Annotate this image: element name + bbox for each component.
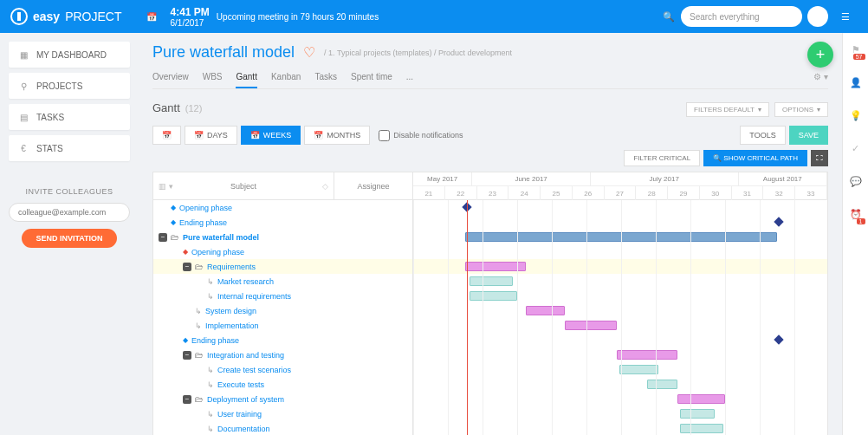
gantt-bar[interactable]: [526, 306, 565, 315]
tab-overview[interactable]: Overview: [152, 67, 189, 88]
right-rail: ⚑57 👤 💡 ✓ 💬 ⏰1: [842, 33, 868, 435]
gantt-bar[interactable]: [617, 350, 677, 360]
page-title: Pure waterfall model: [152, 43, 295, 62]
toolbar: 📅 📅 DAYS 📅 WEEKS 📅 MONTHS Disable notifi…: [152, 126, 828, 145]
logo-text-bold: easy: [33, 10, 60, 23]
user-icon[interactable]: 👤: [848, 75, 864, 90]
tab-gantt[interactable]: Gantt: [236, 67, 256, 88]
tree-row[interactable]: ↳Execute tests: [153, 377, 412, 392]
collapse-icon[interactable]: −: [183, 351, 191, 360]
collapse-icon[interactable]: −: [159, 233, 167, 242]
search-input[interactable]: Search everything: [681, 6, 802, 27]
favorite-icon[interactable]: ♡: [303, 44, 315, 61]
week-header: 31: [732, 186, 764, 200]
tab-wbs[interactable]: WBS: [203, 67, 223, 88]
tree-row[interactable]: ↳System design: [153, 303, 412, 318]
gantt-bar[interactable]: [470, 276, 513, 286]
subtask-icon: ↳: [207, 292, 214, 301]
nav-projects[interactable]: ⚲PROJECTS: [9, 73, 130, 99]
avatar[interactable]: [807, 6, 828, 27]
calendar-button[interactable]: 📅: [152, 126, 181, 145]
add-button[interactable]: +: [807, 42, 833, 68]
tree-row[interactable]: ↳Internal requirements: [153, 289, 412, 303]
gantt-bar[interactable]: [680, 424, 723, 433]
calendar-icon[interactable]: 📅: [139, 4, 164, 29]
options-dropdown[interactable]: OPTIONS ▾: [774, 102, 828, 117]
nav-dashboard[interactable]: ▦MY DASHBOARD: [9, 42, 130, 68]
nav-tasks[interactable]: ▤TASKS: [9, 104, 130, 130]
menu-icon[interactable]: ☰: [833, 4, 858, 29]
show-critical-path-button[interactable]: 🔍 SHOW CRITICAL PATH: [703, 150, 807, 166]
subject-header[interactable]: ▥ ▾Subject◇: [153, 172, 334, 199]
milestone-marker[interactable]: [774, 217, 783, 226]
tree-row[interactable]: ↳User training: [153, 406, 412, 421]
milestone-marker[interactable]: [774, 334, 783, 344]
breadcrumb[interactable]: / 1. Typical projects (templates) / Prod…: [324, 49, 512, 57]
tree-row[interactable]: ↳Market research: [153, 274, 412, 289]
collapse-icon[interactable]: −: [183, 395, 191, 404]
gear-icon[interactable]: ⚙ ▾: [813, 67, 828, 88]
months-button[interactable]: 📅 MONTHS: [304, 126, 370, 145]
tab-kanban[interactable]: Kanban: [271, 67, 301, 88]
logo[interactable]: easyPROJECT: [10, 8, 122, 25]
weeks-button[interactable]: 📅 WEEKS: [241, 126, 301, 145]
dashboard-icon: ▦: [17, 49, 29, 61]
invite-email-input[interactable]: [9, 203, 130, 222]
days-button[interactable]: 📅 DAYS: [185, 126, 237, 145]
tab-more[interactable]: ...: [406, 67, 413, 88]
gantt-bar[interactable]: [565, 321, 617, 330]
expand-button[interactable]: ⛶: [811, 150, 828, 166]
tree-row[interactable]: ◆Opening phase: [153, 244, 412, 259]
topbar: easyPROJECT 📅 4:41 PM 6/1/2017 Upcoming …: [0, 0, 868, 33]
gantt-chart: ▥ ▾Subject◇ Assignee ◆Opening phase ◆End…: [152, 172, 828, 435]
gantt-bar[interactable]: [680, 409, 715, 419]
tree-row[interactable]: ↳Implementation: [153, 318, 412, 333]
gantt-timeline[interactable]: May 2017 June 2017 July 2017 August 2017…: [413, 172, 827, 435]
tree-row[interactable]: −🗁Pure waterfall model: [153, 230, 412, 244]
tree-row[interactable]: ↳Documentation: [153, 421, 412, 435]
chat-icon[interactable]: 💬: [848, 173, 864, 189]
month-header: June 2017: [472, 172, 591, 185]
gantt-bar[interactable]: [677, 394, 725, 404]
collapse-icon[interactable]: −: [183, 263, 191, 271]
gantt-left-panel: ▥ ▾Subject◇ Assignee ◆Opening phase ◆End…: [153, 172, 413, 435]
folder-icon: 🗁: [195, 262, 204, 271]
search-icon[interactable]: 🔍: [657, 4, 681, 29]
tools-button[interactable]: TOOLS: [740, 126, 785, 145]
tree-row[interactable]: −🗁Deployment of system: [153, 392, 412, 406]
tree-row[interactable]: ◆Opening phase: [153, 200, 412, 215]
logo-text-light: PROJECT: [65, 10, 121, 23]
tree-row[interactable]: −🗁Requirements: [153, 259, 412, 274]
assignee-header[interactable]: Assignee: [334, 172, 412, 199]
bulb-icon[interactable]: 💡: [848, 107, 864, 123]
item-count: (12): [185, 103, 203, 114]
alarm-icon[interactable]: ⏰1: [848, 206, 864, 222]
filters-dropdown[interactable]: FILTERS DEFAULT ▾: [686, 102, 769, 117]
gantt-body[interactable]: [413, 200, 827, 435]
folder-icon: 🗁: [171, 232, 179, 242]
week-header: 22: [445, 186, 477, 200]
gantt-bar[interactable]: [647, 380, 677, 389]
tab-tasks[interactable]: Tasks: [314, 67, 337, 88]
tab-spent[interactable]: Spent time: [351, 67, 392, 88]
milestone-icon: ◆: [183, 248, 188, 256]
filter-critical-button[interactable]: FILTER CRITICAL: [624, 150, 700, 166]
meeting-notice: Upcoming meeting in 79 hours 20 minutes: [217, 12, 379, 22]
nav-stats[interactable]: €STATS: [9, 135, 130, 161]
tree-row[interactable]: ◆Ending phase: [153, 215, 412, 230]
week-header: 30: [700, 186, 732, 200]
subtask-icon: ↳: [207, 380, 214, 389]
check-icon[interactable]: ✓: [848, 140, 864, 156]
gantt-bar[interactable]: [619, 365, 658, 374]
week-header: 33: [795, 186, 827, 200]
flag-icon[interactable]: ⚑57: [848, 42, 864, 57]
tree-row[interactable]: −🗁Integration and testing: [153, 347, 412, 362]
task-tree: ◆Opening phase ◆Ending phase −🗁Pure wate…: [153, 200, 412, 435]
send-invitation-button[interactable]: SEND INVITATION: [22, 229, 116, 248]
save-button[interactable]: SAVE: [789, 126, 828, 145]
gantt-bar[interactable]: [470, 291, 517, 301]
month-header: May 2017: [413, 172, 472, 185]
tree-row[interactable]: ↳Create test scenarios: [153, 362, 412, 377]
disable-notifications-check[interactable]: Disable notifications: [379, 130, 463, 141]
tree-row[interactable]: ◆Ending phase: [153, 333, 412, 347]
